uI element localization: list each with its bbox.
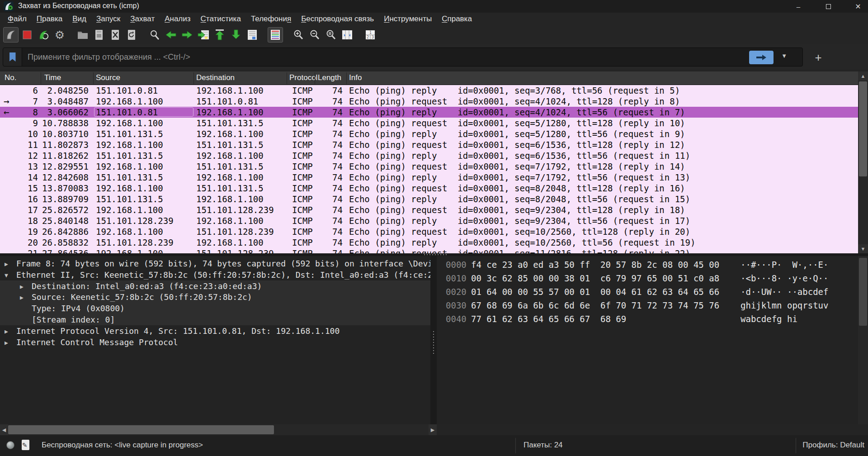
detail-line[interactable]: ▶Internet Protocol Version 4, Src: 151.1…: [0, 325, 430, 337]
display-columns-icon[interactable]: 123: [363, 27, 378, 43]
scroll-right-arrow[interactable]: ▶: [429, 424, 437, 435]
scrollbar-thumb[interactable]: [859, 258, 867, 326]
scroll-down-arrow[interactable]: ▼: [858, 244, 868, 253]
go-forward-icon[interactable]: [179, 27, 195, 43]
expander-closed-icon[interactable]: ▶: [5, 337, 8, 348]
packet-row-6[interactable]: 62.048250151.101.0.81192.168.1.100ICMP74…: [0, 85, 858, 96]
hex-row[interactable]: 004077 61 62 63 64 65 66 67 68 69wabcdef…: [437, 312, 858, 326]
packet-row-13[interactable]: 1312.829551192.168.1.100151.101.131.5ICM…: [0, 161, 858, 172]
filter-dropdown-chevron[interactable]: ▼: [781, 52, 787, 59]
menu-item-2[interactable]: Правка: [32, 14, 67, 24]
add-filter-button[interactable]: +: [812, 52, 825, 63]
packet-row-8[interactable]: ←83.066062151.101.0.81192.168.1.100ICMP7…: [0, 107, 858, 118]
packet-row-21[interactable]: 2127.864536192.168.1.100151.101.128.239I…: [0, 248, 858, 253]
profile-text[interactable]: Профиль: Default: [802, 441, 864, 450]
packet-row-11[interactable]: 1111.802873192.168.1.100151.101.131.5ICM…: [0, 139, 858, 150]
zoom-in-icon[interactable]: [291, 27, 306, 43]
scroll-left-arrow[interactable]: ◀: [0, 424, 8, 435]
packet-row-16[interactable]: 1613.889709151.101.131.5192.168.1.100ICM…: [0, 194, 858, 204]
column-header-no[interactable]: No.: [5, 73, 16, 82]
detail-line[interactable]: ▶Internet Control Message Protocol: [0, 337, 430, 348]
apply-filter-button[interactable]: [749, 51, 774, 64]
packet-list-scrollbar[interactable]: ▲ ▼: [858, 71, 868, 253]
open-file-icon[interactable]: [75, 27, 90, 43]
detail-line[interactable]: Type: IPv4 (0x0800): [0, 303, 430, 314]
column-separator[interactable]: [346, 72, 347, 84]
detail-line[interactable]: ▶Frame 8: 74 bytes on wire (592 bits), 7…: [0, 258, 430, 269]
auto-scroll-icon[interactable]: [245, 27, 260, 43]
close-file-icon[interactable]: [108, 27, 123, 43]
colorize-icon[interactable]: [268, 27, 283, 43]
vertical-splitter[interactable]: [430, 256, 437, 424]
column-separator[interactable]: [287, 72, 287, 84]
packet-row-17[interactable]: 1725.826572192.168.1.100151.101.128.239I…: [0, 204, 858, 215]
hex-row[interactable]: 001000 3c 62 85 00 00 38 01 c6 79 97 65 …: [437, 271, 858, 285]
go-last-packet-icon[interactable]: [228, 27, 244, 43]
expander-closed-icon[interactable]: ▶: [20, 281, 24, 292]
menu-item-6[interactable]: Анализ: [160, 14, 195, 24]
reload-file-icon[interactable]: [124, 27, 139, 43]
expert-info-icon[interactable]: [6, 441, 14, 449]
detail-line[interactable]: ▼Ethernet II, Src: Keenetic_57:8b:2c (50…: [0, 269, 430, 280]
packet-row-12[interactable]: 1211.818262151.101.131.5192.168.1.100ICM…: [0, 150, 858, 161]
detail-line[interactable]: [Stream index: 0]: [0, 314, 430, 325]
go-back-icon[interactable]: [163, 27, 179, 43]
close-button[interactable]: ✕: [848, 0, 868, 13]
packet-row-10[interactable]: 1010.803710151.101.131.5192.168.1.100ICM…: [0, 128, 858, 139]
column-separator[interactable]: [193, 72, 194, 84]
scroll-up-arrow[interactable]: ▲: [858, 71, 868, 81]
column-separator[interactable]: [93, 72, 94, 84]
menu-item-11[interactable]: Справка: [437, 14, 477, 24]
expander-closed-icon[interactable]: ▶: [5, 326, 8, 337]
capture-options-icon[interactable]: ⚙: [52, 27, 67, 43]
column-header-protocol[interactable]: Protocol: [289, 73, 317, 82]
display-filter-input[interactable]: Примените фильтр отображения ... <Ctrl-/…: [3, 48, 803, 66]
column-header-source[interactable]: Source: [96, 73, 120, 82]
packet-row-9[interactable]: 910.788838192.168.1.100151.101.131.5ICMP…: [0, 118, 858, 128]
go-first-packet-icon[interactable]: [212, 27, 227, 43]
packet-row-14[interactable]: 1412.842608151.101.131.5192.168.1.100ICM…: [0, 172, 858, 183]
detail-pane-hscrollbar[interactable]: ◀ ▶: [0, 424, 437, 435]
scrollbar-thumb[interactable]: [859, 81, 867, 176]
zoom-out-icon[interactable]: [307, 27, 322, 43]
column-header-time[interactable]: Time: [44, 73, 61, 82]
menu-item-4[interactable]: Запуск: [91, 14, 125, 24]
column-header-info[interactable]: Info: [349, 73, 362, 82]
bytes-pane-scrollbar[interactable]: [858, 256, 868, 424]
restart-capture-icon[interactable]: [36, 27, 51, 43]
capture-comment-icon[interactable]: [22, 440, 29, 450]
save-file-icon[interactable]: [91, 27, 107, 43]
column-header-length[interactable]: Length: [318, 73, 341, 82]
packet-row-18[interactable]: 1825.840148151.101.128.239192.168.1.100I…: [0, 215, 858, 226]
packet-row-7[interactable]: →73.048487192.168.1.100151.101.0.81ICMP7…: [0, 96, 858, 107]
menu-item-3[interactable]: Вид: [67, 14, 91, 24]
packet-row-20[interactable]: 2026.858832151.101.128.239192.168.1.100I…: [0, 237, 858, 248]
resize-columns-icon[interactable]: [340, 27, 355, 43]
expander-closed-icon[interactable]: ▶: [5, 258, 8, 269]
column-separator[interactable]: [315, 72, 315, 84]
column-header-destination[interactable]: Destination: [196, 73, 235, 82]
zoom-reset-icon[interactable]: [323, 27, 339, 43]
expander-open-icon[interactable]: ▼: [5, 270, 8, 280]
hex-row[interactable]: 0000f4 ce 23 a0 ed a3 50 ff 20 57 8b 2c …: [437, 258, 858, 271]
menu-item-1[interactable]: Файл: [3, 14, 32, 24]
filter-bookmark-button[interactable]: [3, 48, 22, 66]
detail-line[interactable]: ▶Destination: Intel_a0:ed:a3 (f4:ce:23:a…: [0, 280, 430, 292]
scrollbar-thumb[interactable]: [8, 425, 274, 434]
stop-capture-icon[interactable]: [19, 27, 35, 43]
menu-item-8[interactable]: Телефония: [246, 14, 296, 24]
packet-row-19[interactable]: 1926.842886192.168.1.100151.101.128.239I…: [0, 226, 858, 237]
hex-row[interactable]: 002001 64 00 00 55 57 00 01 00 04 61 62 …: [437, 285, 858, 299]
find-packet-icon[interactable]: [147, 27, 162, 43]
menu-item-9[interactable]: Беспроводная связь: [296, 14, 379, 24]
start-capture-icon[interactable]: [3, 27, 19, 43]
menu-item-5[interactable]: Захват: [125, 14, 160, 24]
go-to-packet-icon[interactable]: [196, 27, 211, 43]
detail-line[interactable]: ▶Source: Keenetic_57:8b:2c (50:ff:20:57:…: [0, 291, 430, 303]
expander-closed-icon[interactable]: ▶: [20, 292, 24, 303]
maximize-button[interactable]: [818, 0, 839, 13]
packet-row-15[interactable]: 1513.870083192.168.1.100151.101.131.5ICM…: [0, 183, 858, 194]
menu-item-10[interactable]: Инструменты: [379, 14, 437, 24]
menu-item-7[interactable]: Статистика: [196, 14, 246, 24]
minimize-button[interactable]: –: [788, 0, 809, 13]
